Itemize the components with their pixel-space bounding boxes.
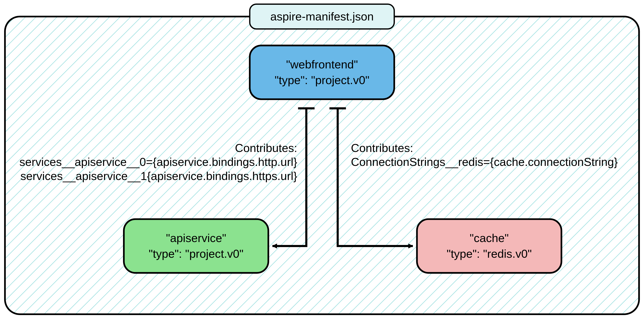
node-webfrontend: "webfrontend" "type": "project.v0": [250, 46, 394, 99]
manifest-title-box: aspire-manifest.json: [250, 4, 394, 29]
node-webfrontend-type: "type": "project.v0": [274, 74, 369, 87]
svg-rect-5: [417, 219, 562, 273]
edge-right-line1: ConnectionStrings__redis={cache.connecti…: [351, 155, 618, 168]
edge-left-title: Contributes:: [235, 141, 297, 154]
edge-left-line2: services__apiservice__1{apiservice.bindi…: [20, 170, 297, 183]
manifest-title: aspire-manifest.json: [270, 10, 374, 23]
node-cache-type: "type": "redis.v0": [447, 247, 532, 260]
node-apiservice: "apiservice" "type": "project.v0": [124, 219, 268, 273]
svg-rect-3: [250, 46, 394, 99]
svg-rect-4: [124, 219, 268, 273]
node-webfrontend-name: "webfrontend": [286, 58, 358, 71]
edge-left-line1: services__apiservice__0={apiservice.bind…: [19, 155, 297, 168]
diagram-root: aspire-manifest.json "webfrontend" "type…: [0, 0, 644, 321]
node-cache-name: "cache": [470, 232, 509, 244]
edge-right-title: Contributes:: [351, 141, 413, 154]
node-apiservice-type: "type": "project.v0": [149, 247, 244, 260]
node-apiservice-name: "apiservice": [166, 232, 226, 244]
node-cache: "cache" "type": "redis.v0": [417, 219, 562, 273]
